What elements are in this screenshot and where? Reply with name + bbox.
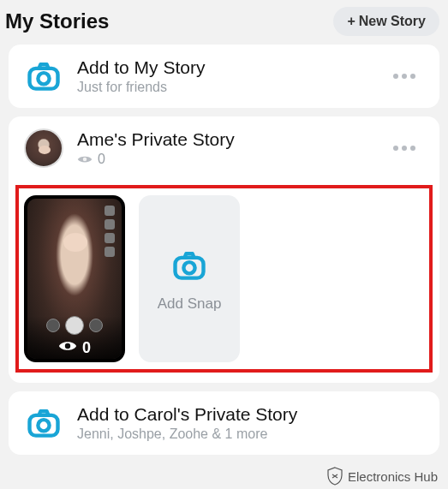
story-row-title: Ame's Private Story xyxy=(77,129,385,150)
avatar xyxy=(24,128,63,168)
story-row-subtitle: Jenni, Joshpe, Zoohe & 1 more xyxy=(77,426,424,442)
svg-point-7 xyxy=(38,420,49,431)
svg-point-2 xyxy=(83,158,87,162)
more-icon[interactable] xyxy=(385,137,424,159)
story-row-private-story: Ame's Private Story 0 xyxy=(9,116,439,383)
new-story-button[interactable]: + New Story xyxy=(333,7,439,36)
story-row-title: Add to My Story xyxy=(77,57,385,78)
snap-thumbnail[interactable]: 0 xyxy=(24,195,125,362)
new-story-label: New Story xyxy=(359,14,426,29)
story-row-subtitle: Just for friends xyxy=(77,80,385,95)
camera-icon xyxy=(24,403,63,443)
watermark: Electronics Hub xyxy=(327,467,438,486)
add-snap-label: Add Snap xyxy=(158,295,222,313)
story-row-my-story[interactable]: Add to My Story Just for friends xyxy=(9,45,439,108)
story-row-carol-story[interactable]: Add to Carol's Private Story Jenni, Josh… xyxy=(9,391,439,455)
page-title: My Stories xyxy=(5,9,109,33)
snap-view-count: 0 xyxy=(82,339,91,357)
story-row-header[interactable]: Ame's Private Story 0 xyxy=(9,116,439,180)
add-snap-button[interactable]: Add Snap xyxy=(139,195,240,362)
camera-icon xyxy=(24,57,63,96)
story-row-title: Add to Carol's Private Story xyxy=(77,404,424,425)
view-count: 0 xyxy=(98,152,105,167)
eye-icon xyxy=(58,339,77,357)
svg-point-5 xyxy=(183,262,194,273)
highlight-box: 0 Add Snap xyxy=(15,185,433,373)
more-icon[interactable] xyxy=(385,65,424,87)
camera-icon xyxy=(170,246,209,285)
svg-point-1 xyxy=(38,73,49,84)
plus-icon: + xyxy=(347,14,355,29)
svg-point-3 xyxy=(65,343,70,349)
eye-icon xyxy=(77,153,93,165)
